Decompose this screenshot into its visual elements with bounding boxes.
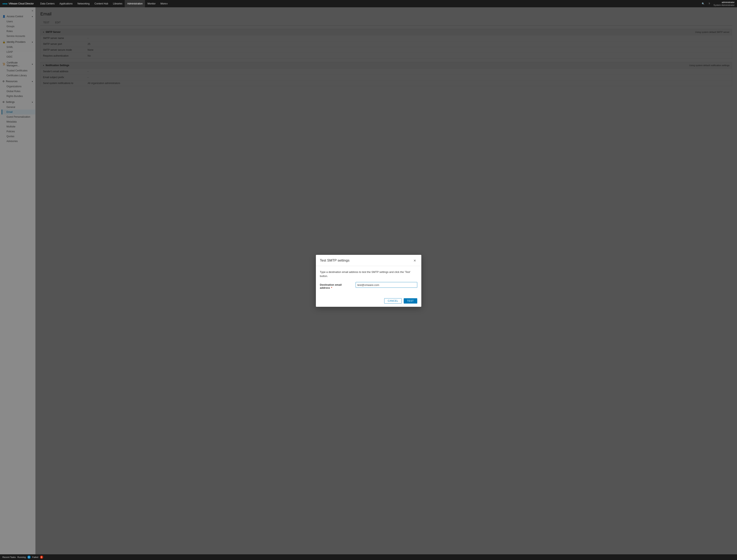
destination-email-input[interactable] bbox=[356, 282, 417, 288]
help-icon[interactable]: ? bbox=[707, 2, 711, 5]
test-smtp-modal: Test SMTP settings ✕ Type a destination … bbox=[316, 255, 421, 307]
logo-vmw: vmw bbox=[2, 2, 7, 5]
nav-items: Data Centers Applications Networking Con… bbox=[38, 0, 702, 7]
modal-header: Test SMTP settings ✕ bbox=[316, 255, 421, 266]
user-domain: System Administrator bbox=[713, 4, 735, 6]
logo: vmw VMware Cloud Director bbox=[2, 2, 34, 5]
nav-networking[interactable]: Networking bbox=[75, 0, 92, 7]
modal-description: Type a destination email address to test… bbox=[320, 270, 417, 278]
logo-text: VMware Cloud Director bbox=[9, 2, 34, 5]
email-form-row: Destination email address * bbox=[320, 282, 417, 289]
nav-right: 🔍 ? administrator System Administrator bbox=[701, 1, 735, 7]
top-nav: vmw VMware Cloud Director Data Centers A… bbox=[0, 0, 737, 7]
nav-content-hub[interactable]: Content Hub bbox=[92, 0, 111, 7]
nav-data-centers[interactable]: Data Centers bbox=[38, 0, 57, 7]
nav-monitor[interactable]: Monitor bbox=[145, 0, 158, 7]
nav-libraries[interactable]: Libraries bbox=[111, 0, 125, 7]
modal-footer: CANCEL TEST bbox=[316, 296, 421, 307]
modal-close-button[interactable]: ✕ bbox=[412, 258, 417, 263]
nav-more[interactable]: More∨ bbox=[158, 0, 170, 7]
nav-administration[interactable]: Administration bbox=[125, 0, 145, 7]
modal-body: Type a destination email address to test… bbox=[316, 266, 421, 296]
search-icon[interactable]: 🔍 bbox=[701, 2, 705, 5]
required-indicator: * bbox=[331, 286, 332, 289]
cancel-button[interactable]: CANCEL bbox=[384, 298, 401, 304]
test-button[interactable]: TEST bbox=[404, 298, 417, 304]
modal-overlay: Test SMTP settings ✕ Type a destination … bbox=[0, 7, 737, 554]
modal-title: Test SMTP settings bbox=[320, 258, 350, 263]
username: administrator bbox=[713, 1, 735, 4]
user-info: administrator System Administrator bbox=[713, 1, 735, 7]
email-field-label: Destination email address * bbox=[320, 282, 353, 289]
nav-applications[interactable]: Applications bbox=[57, 0, 75, 7]
